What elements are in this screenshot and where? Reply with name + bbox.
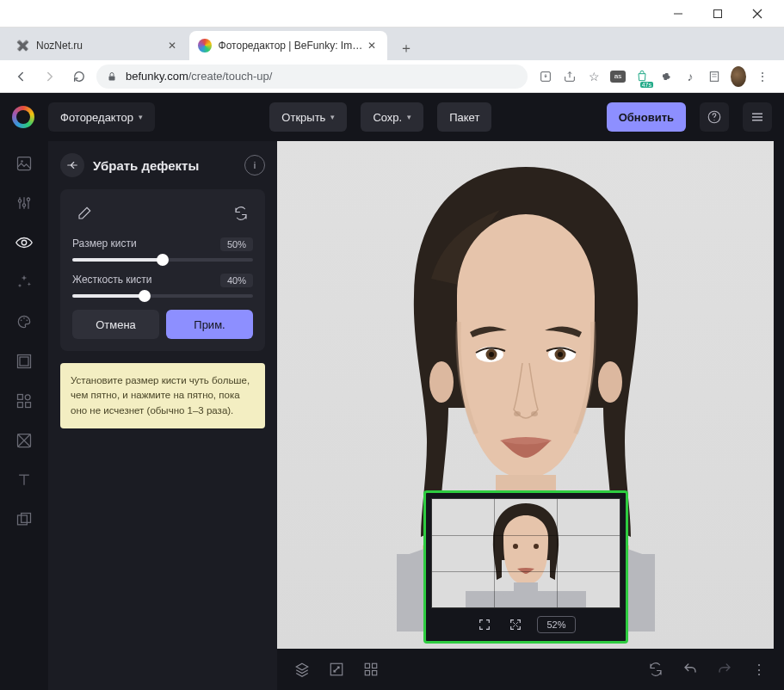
brush-settings-card: Размер кисти50% Жесткость кисти40% Отмен… bbox=[60, 189, 265, 351]
address-bar[interactable]: befunky.com/create/touch-up/ bbox=[96, 65, 528, 89]
rail-frames-icon[interactable] bbox=[14, 351, 34, 372]
compare-icon[interactable] bbox=[646, 660, 665, 679]
grid-icon[interactable] bbox=[361, 660, 380, 679]
brush-size-value: 50% bbox=[220, 237, 253, 251]
cancel-button[interactable]: Отмена bbox=[72, 310, 159, 339]
window-maximize-button[interactable] bbox=[698, 0, 738, 28]
nav-reload-button[interactable] bbox=[67, 65, 91, 89]
svg-point-19 bbox=[22, 204, 25, 206]
svg-rect-37 bbox=[22, 514, 31, 523]
tab-close-icon[interactable]: ✕ bbox=[165, 39, 179, 52]
brush-size-slider[interactable]: Размер кисти50% bbox=[72, 237, 253, 262]
svg-point-18 bbox=[18, 200, 21, 202]
window-close-button[interactable] bbox=[738, 0, 777, 28]
nav-forward-button[interactable] bbox=[38, 65, 62, 89]
svg-rect-56 bbox=[365, 671, 369, 675]
share-icon[interactable] bbox=[562, 69, 577, 84]
tab-title: NozNet.ru bbox=[36, 40, 83, 52]
zoom-level-badge[interactable]: 52% bbox=[537, 616, 575, 633]
tool-rail bbox=[0, 141, 48, 690]
svg-point-46 bbox=[558, 352, 563, 357]
rail-effects-icon[interactable] bbox=[14, 272, 34, 293]
rail-artsy-icon[interactable] bbox=[14, 311, 34, 332]
rail-edit-icon[interactable] bbox=[14, 153, 34, 174]
svg-point-38 bbox=[429, 361, 454, 403]
extension-music-icon[interactable]: ♪ bbox=[682, 69, 698, 84]
editor-mode-label: Фоторедактор bbox=[60, 111, 133, 124]
navigator-panel[interactable]: 52% bbox=[423, 490, 628, 644]
fullscreen-icon[interactable] bbox=[475, 615, 494, 634]
browser-tab-strip: ✖️ NozNet.ru ✕ Фоторедактор | BeFunky: I… bbox=[0, 28, 784, 60]
tab-close-icon[interactable]: ✕ bbox=[365, 39, 379, 52]
svg-point-20 bbox=[27, 198, 29, 200]
tool-panel: Убрать дефекты i Размер кисти50% Жесткос… bbox=[48, 141, 277, 690]
image-canvas[interactable]: 52% bbox=[277, 141, 774, 649]
nav-back-button[interactable] bbox=[9, 65, 33, 89]
more-icon[interactable]: ⋮ bbox=[750, 660, 769, 679]
chevron-down-icon: ▾ bbox=[139, 113, 143, 121]
profile-avatar[interactable] bbox=[731, 69, 746, 84]
menu-button[interactable] bbox=[743, 102, 772, 132]
svg-point-39 bbox=[598, 361, 622, 403]
svg-point-24 bbox=[27, 320, 28, 322]
open-dropdown[interactable]: Открыть▾ bbox=[269, 102, 347, 132]
rail-text-icon[interactable] bbox=[14, 470, 34, 490]
upgrade-button[interactable]: Обновить bbox=[607, 102, 686, 132]
rail-textures-icon[interactable] bbox=[14, 509, 34, 530]
bookmark-star-icon[interactable]: ☆ bbox=[586, 69, 602, 84]
undo-icon[interactable] bbox=[681, 660, 700, 679]
extension-shopping-icon[interactable]: 47s bbox=[634, 69, 650, 84]
hardness-slider[interactable]: Жесткость кисти40% bbox=[72, 274, 253, 298]
rail-graphics-icon[interactable] bbox=[14, 391, 34, 411]
info-button[interactable]: i bbox=[244, 155, 265, 176]
extension-lastfm-icon[interactable]: as bbox=[610, 71, 626, 83]
browser-tab-noznet[interactable]: ✖️ NozNet.ru ✕ bbox=[7, 31, 188, 60]
apply-button[interactable]: Прим. bbox=[166, 310, 253, 339]
rail-adjust-icon[interactable] bbox=[14, 193, 34, 213]
svg-point-22 bbox=[21, 320, 22, 322]
new-tab-button[interactable]: ＋ bbox=[394, 36, 418, 60]
favicon-icon: ✖️ bbox=[15, 39, 29, 52]
befunky-logo-icon[interactable] bbox=[12, 106, 34, 128]
help-button[interactable] bbox=[700, 102, 729, 132]
svg-point-28 bbox=[25, 395, 30, 400]
editor-mode-dropdown[interactable]: Фоторедактор▾ bbox=[48, 102, 155, 132]
eraser-icon[interactable] bbox=[72, 201, 96, 225]
svg-rect-54 bbox=[365, 663, 369, 668]
url-domain: befunky.com bbox=[126, 70, 188, 83]
reading-list-icon[interactable] bbox=[707, 69, 722, 84]
browser-menu-icon[interactable]: ⋮ bbox=[755, 69, 770, 84]
canvas-area: 52% ⋮ bbox=[277, 141, 784, 690]
window-minimize-button[interactable] bbox=[658, 0, 698, 28]
browser-tab-befunky[interactable]: Фоторедактор | BeFunky: Image ✕ bbox=[189, 31, 387, 60]
layers-icon[interactable] bbox=[293, 660, 312, 679]
install-app-icon[interactable] bbox=[538, 69, 553, 84]
resize-icon[interactable] bbox=[327, 660, 346, 679]
panel-title: Убрать дефекты bbox=[93, 158, 236, 173]
chevron-down-icon: ▾ bbox=[407, 113, 411, 121]
tip-box: Установите размер кисти чуть больше, чем… bbox=[60, 363, 265, 428]
svg-rect-4 bbox=[109, 76, 115, 80]
svg-point-14 bbox=[21, 160, 23, 163]
app-header: Фоторедактор▾ Открыть▾ Сохр.▾ Пакет Обно… bbox=[0, 93, 784, 141]
svg-point-21 bbox=[22, 240, 27, 245]
svg-rect-36 bbox=[18, 515, 28, 525]
svg-rect-57 bbox=[373, 671, 377, 675]
window-controls bbox=[0, 0, 784, 28]
rail-touchup-icon[interactable] bbox=[14, 232, 34, 253]
fit-screen-icon[interactable] bbox=[506, 615, 525, 634]
navigator-thumbnail[interactable] bbox=[431, 498, 620, 608]
extensions-menu-icon[interactable] bbox=[658, 69, 674, 84]
redo-icon[interactable] bbox=[715, 660, 734, 679]
browser-toolbar: befunky.com/create/touch-up/ ☆ as 47s ♪ … bbox=[0, 60, 784, 93]
rail-overlays-icon[interactable] bbox=[14, 430, 34, 451]
svg-point-47 bbox=[514, 411, 521, 416]
lock-icon bbox=[107, 71, 119, 83]
favicon-icon bbox=[198, 39, 212, 52]
upgrade-label: Обновить bbox=[619, 111, 674, 124]
panel-back-button[interactable] bbox=[60, 153, 84, 177]
batch-button[interactable]: Пакет bbox=[437, 102, 491, 132]
svg-rect-55 bbox=[373, 663, 377, 668]
reset-icon[interactable] bbox=[229, 201, 253, 225]
save-dropdown[interactable]: Сохр.▾ bbox=[361, 102, 423, 132]
